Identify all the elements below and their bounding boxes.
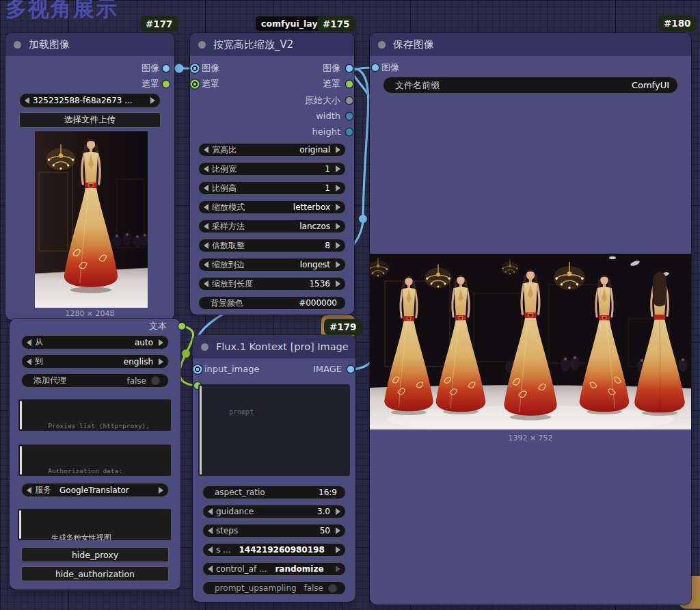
auth-note-textarea[interactable]: Authorization data: This service does no… xyxy=(18,445,171,476)
prev-arrow-icon[interactable] xyxy=(27,358,31,365)
next-arrow-icon[interactable] xyxy=(336,165,340,172)
input-label: 图像 xyxy=(202,63,219,74)
output-port-width[interactable] xyxy=(346,113,353,120)
node-header[interactable]: 保存图像 xyxy=(370,33,691,56)
next-arrow-icon[interactable] xyxy=(159,358,163,365)
prev-arrow-icon[interactable] xyxy=(204,223,208,230)
widget-ratio-width[interactable]: 比例宽 1 xyxy=(198,162,346,176)
widget-aspect-ratio[interactable]: 宽高比 original xyxy=(198,143,346,157)
next-arrow-icon[interactable] xyxy=(150,97,155,104)
next-arrow-icon[interactable] xyxy=(159,487,163,494)
widget-value: false xyxy=(126,376,146,386)
node-header[interactable]: 按宽高比缩放_V2 xyxy=(190,33,354,56)
increment-arrow-icon[interactable] xyxy=(336,546,340,553)
next-arrow-icon[interactable] xyxy=(336,242,340,249)
node-header[interactable]: 加载图像 xyxy=(5,33,174,56)
filename-prefix-widget[interactable]: 文件名前缀 ComfyUI xyxy=(383,77,678,94)
next-arrow-icon[interactable] xyxy=(336,223,340,230)
textarea-scrollbar[interactable] xyxy=(20,401,22,429)
widget-sample-method[interactable]: 采样方法 lanczos xyxy=(198,220,346,233)
input-port-image[interactable] xyxy=(191,64,200,73)
proxy-note-textarea[interactable]: Proxies list (http=proxy), example: http… xyxy=(18,399,171,431)
textarea-scrollbar[interactable] xyxy=(200,386,202,475)
output-port-image[interactable] xyxy=(347,366,354,373)
decrement-arrow-icon[interactable] xyxy=(208,546,213,553)
prompt-textarea[interactable]: prompt xyxy=(198,384,350,476)
widget-scale-mode[interactable]: 缩放模式 letterbox xyxy=(198,200,346,214)
widget-from-language[interactable]: 从 auto xyxy=(21,335,169,349)
prev-arrow-icon[interactable] xyxy=(204,242,208,249)
widget-steps[interactable]: steps 50 xyxy=(202,524,346,538)
collapse-dot-icon[interactable] xyxy=(378,41,386,49)
next-arrow-icon[interactable] xyxy=(336,280,340,287)
next-arrow-icon[interactable] xyxy=(336,204,340,211)
node-translator[interactable]: 文本 从 auto 到 english 添加代理 false Proxies l… xyxy=(10,319,180,589)
widget-add-proxy-toggle[interactable]: 添加代理 false xyxy=(21,373,169,388)
toggle-knob[interactable] xyxy=(328,584,337,593)
prev-arrow-icon[interactable] xyxy=(27,487,31,494)
node-scale-by-aspect[interactable]: 按宽高比缩放_V2 图像 遮罩 图像 遮罩 原始大小 width height … xyxy=(190,33,354,315)
widget-guidance[interactable]: guidance 3.0 xyxy=(202,505,346,518)
textarea-scrollbar[interactable] xyxy=(20,446,22,475)
output-label: 遮罩 xyxy=(323,79,340,90)
widget-scale-to-length[interactable]: 缩放到长度 1536 xyxy=(198,277,346,291)
output-port-height[interactable] xyxy=(346,129,353,135)
widget-aspect-ratio[interactable]: aspect_ratio 16:9 xyxy=(202,486,346,499)
widget-service[interactable]: 服务 GoogleTranslator xyxy=(21,483,169,497)
widget-value: #000000 xyxy=(299,298,337,308)
loaded-image-preview xyxy=(35,131,148,308)
output-port-mask[interactable] xyxy=(163,81,170,88)
node-save-image[interactable]: 保存图像 图像 文件名前缀 ComfyUI xyxy=(370,33,691,605)
next-arrow-icon[interactable] xyxy=(336,185,340,191)
widget-background-color[interactable]: 背景颜色 #000000 xyxy=(198,296,346,310)
prev-arrow-icon[interactable] xyxy=(204,280,208,287)
increment-arrow-icon[interactable] xyxy=(336,508,340,515)
output-port-image[interactable] xyxy=(163,65,170,72)
node-header[interactable]: Flux.1 Kontext [pro] Image xyxy=(193,335,355,358)
widget-to-language[interactable]: 到 english xyxy=(21,354,169,369)
collapse-dot-icon[interactable] xyxy=(201,343,208,351)
widget-scale-to-side[interactable]: 缩放到边 longest xyxy=(198,258,346,271)
prev-arrow-icon[interactable] xyxy=(27,339,31,346)
input-port-image[interactable] xyxy=(372,64,379,71)
hide-proxy-button[interactable]: hide_proxy xyxy=(21,547,169,562)
widget-multiple-round[interactable]: 倍数取整 8 xyxy=(198,239,346,252)
prev-arrow-icon[interactable] xyxy=(208,566,213,572)
prev-arrow-icon[interactable] xyxy=(204,185,208,191)
prompt-source-textarea[interactable]: 生成多种女性视图 xyxy=(18,509,171,540)
node-graph-canvas[interactable]: 多视角展示 保存图像 图像 文件名前缀 ComfyUI xyxy=(0,0,700,610)
collapse-dot-icon[interactable] xyxy=(198,41,206,49)
input-port-input-image[interactable] xyxy=(193,365,202,374)
node-flux-kontext[interactable]: Flux.1 Kontext [pro] Image input_image I… xyxy=(193,335,355,602)
output-port-mask[interactable] xyxy=(346,81,353,88)
widget-control-after-generate[interactable]: control_af ... randomize xyxy=(202,562,346,576)
input-port-mask[interactable] xyxy=(191,80,200,89)
decrement-arrow-icon[interactable] xyxy=(208,527,213,534)
next-arrow-icon[interactable] xyxy=(336,566,340,572)
increment-arrow-icon[interactable] xyxy=(336,527,340,534)
upload-file-button[interactable]: 选择文件上传 xyxy=(19,112,161,128)
prev-arrow-icon[interactable] xyxy=(204,146,208,153)
widget-prompt-upsampling-toggle[interactable]: prompt_upsampling false xyxy=(202,581,346,595)
node-load-image[interactable]: 加载图像 图像 遮罩 325232588-f68a2673 ... 选择文件上传 xyxy=(5,33,174,320)
textarea-scrollbar[interactable] xyxy=(19,510,21,539)
toggle-knob[interactable] xyxy=(151,376,160,385)
output-port-image[interactable] xyxy=(346,65,353,72)
image-file-combo[interactable]: 325232588-f68a2673 ... xyxy=(19,93,161,108)
hide-authorization-button[interactable]: hide_authorization xyxy=(21,566,169,581)
collapse-dot-icon[interactable] xyxy=(14,41,21,49)
widget-value: auto xyxy=(135,338,153,347)
output-port-text[interactable] xyxy=(178,323,185,330)
widget-seed[interactable]: s ... 144219260980198 xyxy=(202,543,346,557)
prev-arrow-icon[interactable] xyxy=(25,97,29,104)
prev-arrow-icon[interactable] xyxy=(204,204,208,211)
output-port-original-size[interactable] xyxy=(346,97,353,104)
prev-arrow-icon[interactable] xyxy=(204,165,208,172)
prev-arrow-icon[interactable] xyxy=(204,261,208,268)
output-label: 遮罩 xyxy=(142,79,159,90)
decrement-arrow-icon[interactable] xyxy=(208,508,213,515)
next-arrow-icon[interactable] xyxy=(336,146,340,153)
next-arrow-icon[interactable] xyxy=(336,261,340,268)
widget-ratio-height[interactable]: 比例高 1 xyxy=(198,181,346,195)
next-arrow-icon[interactable] xyxy=(159,339,163,346)
